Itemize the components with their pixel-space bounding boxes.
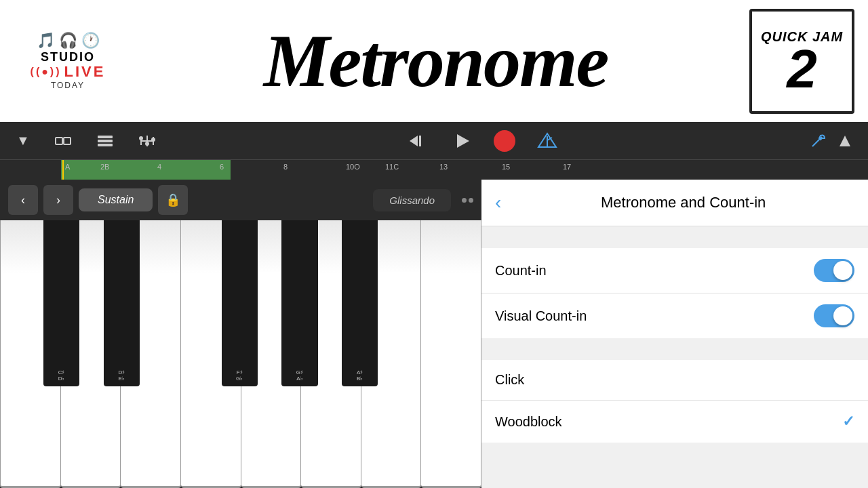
eq-button[interactable] [133, 130, 161, 152]
count-in-label: Count-in [495, 263, 814, 279]
svg-rect-2 [98, 136, 113, 138]
radio-waves-icon: ((●)) [31, 66, 62, 78]
white-key-b[interactable] [361, 220, 422, 488]
click-row: Click [481, 360, 868, 401]
woodblock-row[interactable]: Woodblock ✓ [481, 401, 868, 443]
white-key-e[interactable] [121, 220, 181, 488]
svg-rect-1 [64, 138, 71, 144]
logo-icons: 🎵 🎧 🕐 [37, 32, 100, 49]
timeline-cursor [62, 160, 64, 180]
white-key-a[interactable] [301, 220, 361, 488]
white-key-d[interactable] [61, 220, 121, 488]
timeline-mark-2B: 2B [100, 163, 109, 171]
expand-button[interactable] [833, 131, 857, 150]
woodblock-label: Woodblock [495, 414, 842, 430]
logo-live-label: LIVE [64, 63, 106, 81]
keyboard-area: ‹ › Sustain 🔒 Glissando [0, 180, 481, 488]
vinyl-icon: 🎵 [37, 32, 55, 49]
panel-gap-1 [481, 226, 868, 240]
top-banner: 🎵 🎧 🕐 STUDIO ((●)) LIVE TODAY Metronome … [0, 0, 868, 122]
white-key-c[interactable] [0, 220, 61, 488]
count-in-toggle[interactable] [814, 259, 854, 282]
octave-down-button[interactable]: ‹ [8, 185, 38, 215]
content-area: ‹ › Sustain 🔒 Glissando [0, 180, 868, 488]
woodblock-checkmark: ✓ [842, 413, 854, 430]
svg-marker-14 [457, 134, 469, 148]
white-key-c2[interactable] [421, 220, 481, 488]
panel-header: ‹ Metronome and Count-in [481, 180, 868, 226]
svg-point-11 [151, 138, 155, 142]
count-in-row: Count-in [481, 248, 868, 293]
panel-title: Metronome and Count-in [512, 194, 854, 211]
glissando-label: Glissando [389, 195, 435, 206]
timeline: A 2B 4 6 8 10O 11C 13 15 17 [0, 159, 868, 180]
daw-toolbar: ▼ [0, 122, 868, 159]
timeline-mark-13: 13 [439, 163, 448, 171]
blocks-button[interactable] [49, 129, 77, 152]
click-label: Click [495, 372, 854, 388]
octave-up-button[interactable]: › [43, 185, 73, 215]
dropdown-button[interactable]: ▼ [11, 130, 35, 151]
glissando-dots [462, 198, 473, 203]
svg-rect-3 [98, 140, 113, 142]
quick-jam-number: 2 [787, 45, 817, 94]
headphones-icon: 🎧 [59, 32, 77, 49]
svg-rect-4 [98, 144, 113, 146]
quick-jam-box: Quick Jam 2 [749, 9, 854, 114]
keyboard-controls: ‹ › Sustain 🔒 Glissando [0, 180, 481, 220]
main-title: Metronome [122, 24, 749, 98]
click-section: Click Woodblock ✓ [481, 360, 868, 443]
glissando-button[interactable]: Glissando [373, 189, 451, 211]
rewind-button[interactable] [401, 130, 431, 152]
count-in-knob [833, 261, 852, 280]
record-button[interactable] [494, 130, 515, 152]
timeline-mark-15: 15 [502, 163, 510, 171]
visual-count-in-toggle[interactable] [814, 304, 854, 327]
timeline-mark-11c: 11C [385, 163, 399, 171]
timeline-mark-10: 10O [346, 163, 360, 171]
layers-button[interactable] [91, 131, 119, 150]
svg-point-9 [139, 136, 143, 140]
metronome-button[interactable] [532, 128, 563, 154]
white-key-f[interactable] [181, 220, 241, 488]
toolbar-right [803, 129, 857, 153]
back-button[interactable]: ‹ [495, 192, 501, 214]
timeline-mark-8: 8 [283, 163, 288, 171]
timeline-mark-4: 4 [157, 163, 161, 171]
timeline-mark-6: 6 [220, 163, 224, 171]
white-key-g[interactable] [241, 220, 302, 488]
timeline-selection [61, 160, 231, 180]
wrench-button[interactable] [803, 129, 833, 153]
logo-today-text: TODAY [51, 81, 85, 90]
lock-button[interactable]: 🔒 [158, 185, 188, 215]
visual-count-in-knob [833, 306, 852, 325]
logo-studio-text: STUDIO [41, 51, 95, 63]
toggle-section: Count-in Visual Count-in [481, 248, 868, 338]
play-button[interactable] [448, 129, 477, 153]
logo-area: 🎵 🎧 🕐 STUDIO ((●)) LIVE TODAY [14, 32, 122, 90]
panel-gap-2 [481, 338, 868, 352]
timeline-mark-17: 17 [563, 163, 571, 171]
timeline-mark-A: A [65, 163, 70, 171]
logo-live-text: ((●)) LIVE [31, 63, 106, 81]
piano-container: C♯D♭ D♯E♭ F♯G♭ G♯A♭ A♯B♭ [0, 220, 481, 488]
svg-point-10 [145, 142, 149, 146]
white-keys [0, 220, 481, 488]
sustain-button[interactable]: Sustain [79, 188, 153, 211]
settings-panel: ‹ Metronome and Count-in Count-in Visual… [481, 180, 868, 488]
svg-rect-0 [56, 138, 62, 144]
clock-icon: 🕐 [81, 32, 100, 49]
visual-count-in-label: Visual Count-in [495, 308, 814, 324]
transport-controls [401, 128, 563, 154]
svg-marker-12 [410, 136, 418, 146]
visual-count-in-row: Visual Count-in [481, 293, 868, 338]
svg-rect-13 [419, 136, 421, 146]
svg-marker-18 [840, 136, 850, 146]
